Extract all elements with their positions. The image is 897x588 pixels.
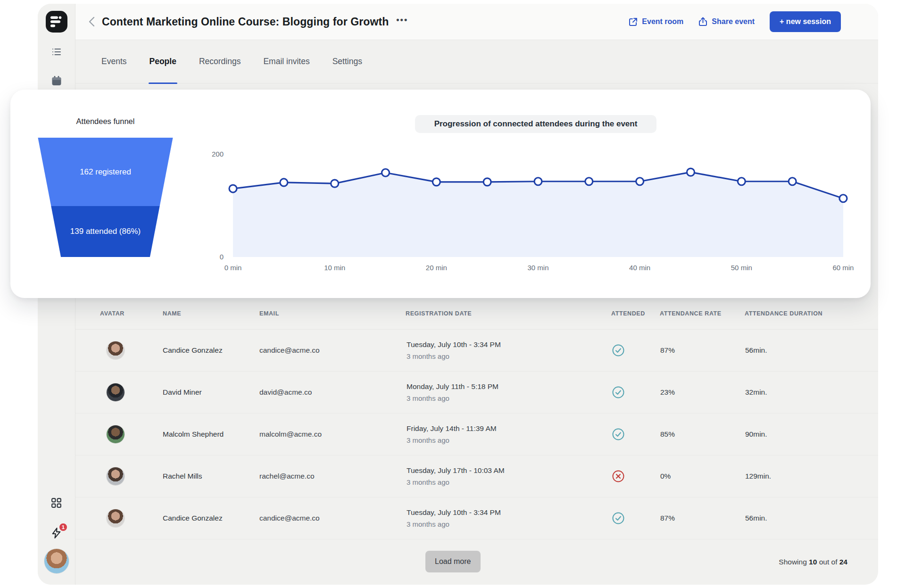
attendance-rate: 0% (660, 472, 671, 480)
registration-date: Friday, July 14th - 11:39 AM 3 months ag… (407, 424, 497, 444)
svg-text:40 min: 40 min (629, 264, 650, 272)
attendee-avatar (107, 383, 125, 401)
analytics-overlay-card: Attendees funnel 162 registered 139 atte… (10, 90, 871, 298)
table-row[interactable]: Malcolm Shepherd malcolm@acme.co Friday,… (75, 414, 878, 455)
attendance-rate: 23% (660, 388, 675, 397)
table-row[interactable]: David Miner david@acme.co Monday, July 1… (75, 372, 878, 414)
tab-bar: Events People Recordings Email invites S… (75, 40, 878, 83)
pagination-status: Showing 10 out of 24 (779, 558, 847, 566)
attendance-rate: 87% (660, 346, 675, 355)
svg-text:50 min: 50 min (731, 264, 752, 272)
share-icon (698, 17, 707, 26)
attendees-progression-chart: 02000 min10 min20 min30 min40 min50 min6… (203, 141, 872, 278)
attended-status-icon (612, 470, 624, 482)
attendee-email: candice@acme.co (259, 514, 320, 522)
event-room-link[interactable]: Event room (629, 17, 683, 26)
column-header-avatar: AVATAR (100, 310, 125, 317)
column-header-email: EMAIL (259, 310, 279, 317)
column-header-attended: ATTENDED (611, 310, 645, 317)
registration-date: Monday, July 11th - 5:18 PM 3 months ago (407, 382, 498, 402)
funnel-stage-attended: 139 attended (86%) (36, 206, 175, 257)
tab-people[interactable]: People (150, 40, 176, 83)
load-more-button[interactable]: Load more (425, 551, 481, 572)
attendee-avatar (107, 341, 125, 359)
attendee-name: Malcolm Shepherd (163, 430, 224, 439)
tab-recordings[interactable]: Recordings (199, 40, 241, 83)
share-event-link[interactable]: Share event (698, 17, 755, 26)
attendees-table: AVATAR NAME EMAIL REGISTRATION DATE ATTE… (75, 298, 878, 585)
attendee-name: Candice Gonzalez (163, 514, 223, 522)
svg-text:10 min: 10 min (324, 264, 345, 272)
attendee-avatar (107, 425, 125, 443)
attendance-duration: 32min. (745, 388, 767, 397)
event-header: Content Marketing Online Course: Bloggin… (75, 4, 878, 40)
svg-text:20 min: 20 min (426, 264, 447, 272)
apps-grid-icon[interactable] (50, 496, 63, 509)
more-options-icon[interactable]: ••• (396, 17, 408, 26)
svg-text:200: 200 (212, 150, 224, 158)
back-chevron-icon[interactable] (86, 16, 97, 27)
attendees-funnel-chart: 162 registered 139 attended (86%) (36, 138, 175, 257)
table-footer: Load more Showing 10 out of 24 (75, 539, 878, 585)
attendee-email: rachel@acme.co (259, 472, 315, 480)
page: Content Marketing Online Course: Bloggin… (0, 0, 897, 588)
registration-date: Tuesday, July 10th - 3:34 PM 3 months ag… (407, 340, 501, 360)
attendance-duration: 90min. (745, 430, 767, 439)
attendance-duration: 56min. (745, 514, 767, 522)
svg-text:0 min: 0 min (224, 264, 242, 272)
tab-settings[interactable]: Settings (332, 40, 362, 83)
attendance-duration: 129min. (745, 472, 771, 480)
header-actions: Event room Share event + new session (629, 11, 841, 32)
table-header-row: AVATAR NAME EMAIL REGISTRATION DATE ATTE… (75, 298, 878, 330)
sessions-list-icon[interactable] (50, 45, 63, 58)
attendee-name: David Miner (163, 388, 202, 397)
attendee-email: david@acme.co (259, 388, 312, 397)
table-row[interactable]: Candice Gonzalez candice@acme.co Tuesday… (75, 497, 878, 539)
column-header-name: NAME (163, 310, 181, 317)
attendance-rate: 87% (660, 514, 675, 522)
attendee-name: Candice Gonzalez (163, 346, 223, 355)
new-session-button[interactable]: + new session (770, 11, 841, 32)
funnel-stage-registered: 162 registered (36, 138, 175, 206)
notification-badge: 1 (58, 522, 68, 532)
attendee-avatar (107, 509, 125, 527)
attendee-avatar (107, 467, 125, 485)
tab-email-invites[interactable]: Email invites (263, 40, 309, 83)
svg-text:0: 0 (220, 253, 224, 261)
svg-text:30 min: 30 min (527, 264, 548, 272)
table-row[interactable]: Rachel Mills rachel@acme.co Tuesday, Jul… (75, 455, 878, 497)
attended-status-icon (612, 386, 624, 398)
calendar-icon[interactable] (50, 75, 63, 88)
registration-date: Tuesday, July 17th - 10:03 AM 3 months a… (407, 466, 505, 486)
attended-status-icon (612, 428, 624, 440)
attendee-email: malcolm@acme.co (259, 430, 322, 439)
attendance-duration: 56min. (745, 346, 767, 355)
column-header-registration-date: REGISTRATION DATE (406, 310, 472, 317)
svg-text:60 min: 60 min (832, 264, 854, 272)
funnel-title: Attendees funnel (36, 117, 175, 126)
attended-status-icon (612, 344, 624, 356)
user-avatar[interactable] (44, 549, 69, 573)
attendee-email: candice@acme.co (259, 346, 320, 355)
external-link-icon (629, 17, 638, 26)
attended-status-icon (612, 512, 624, 524)
tab-events[interactable]: Events (101, 40, 127, 83)
column-header-attendance-rate: ATTENDANCE RATE (660, 310, 722, 317)
attendance-rate: 85% (660, 430, 675, 439)
page-title: Content Marketing Online Course: Bloggin… (102, 16, 389, 28)
attendee-name: Rachel Mills (163, 472, 202, 480)
table-row[interactable]: Candice Gonzalez candice@acme.co Tuesday… (75, 330, 878, 372)
registration-date: Tuesday, July 10th - 3:34 PM 3 months ag… (407, 508, 501, 528)
column-header-attendance-duration: ATTENDANCE DURATION (745, 310, 822, 317)
chart-title: Progression of connected attendees durin… (415, 115, 656, 133)
livestorm-logo-icon[interactable] (46, 11, 67, 33)
